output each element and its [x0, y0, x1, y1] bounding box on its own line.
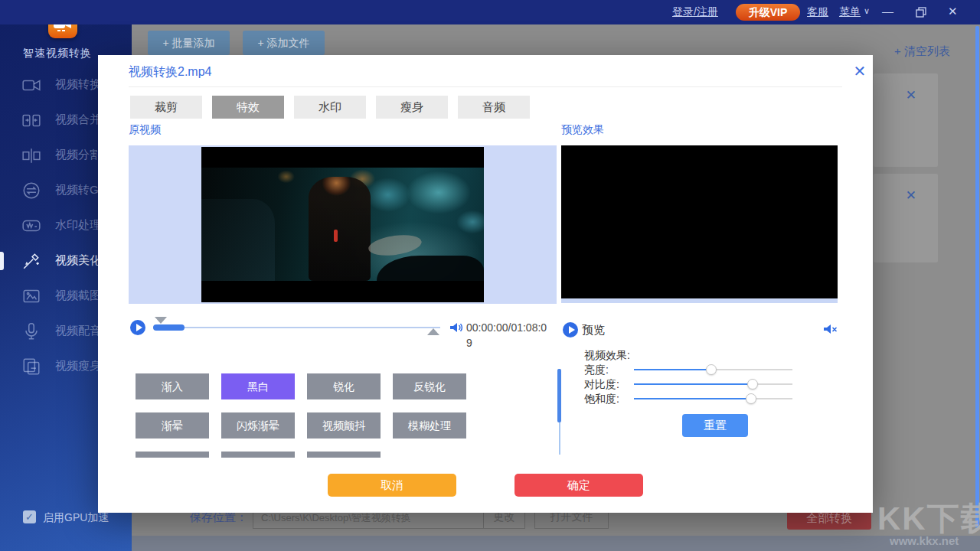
effect-flicker-vignette[interactable]: 闪烁渐晕 [221, 412, 295, 439]
video-scene [201, 168, 484, 281]
contrast-row: 对比度: [584, 378, 837, 391]
support-link[interactable]: 客服 [807, 5, 828, 19]
reset-button[interactable]: 重置 [682, 414, 748, 437]
slider-handle[interactable] [747, 379, 758, 390]
video-effects-label: 视频效果: [584, 349, 630, 363]
batch-add-button[interactable]: + 批量添加 [148, 31, 230, 55]
confirm-button[interactable]: 确定 [514, 474, 643, 497]
tab-effects[interactable]: 特效 [212, 96, 284, 119]
tab-slim[interactable]: 瘦身 [376, 96, 448, 119]
person-silhouette [309, 177, 371, 281]
sidebar-item-label: 视频配音 [55, 324, 101, 338]
effect-video-shake[interactable]: 视频颤抖 [307, 412, 381, 439]
remove-file-icon[interactable]: ✕ [906, 187, 916, 204]
seek-bar[interactable] [153, 327, 440, 328]
effect-clipped[interactable] [221, 452, 295, 458]
dialog-close-icon[interactable]: ✕ [851, 63, 868, 80]
seek-bar-progress[interactable] [153, 324, 185, 331]
close-window-button[interactable]: ✕ [948, 5, 958, 18]
sidebar-item-label: 视频美化 [55, 253, 101, 268]
menu-link[interactable]: 菜单 [839, 5, 861, 19]
active-item-indicator [0, 252, 4, 270]
video-merge-icon [21, 110, 41, 130]
add-file-button[interactable]: + 添加文件 [243, 31, 325, 55]
source-video-label: 原视频 [129, 123, 161, 137]
trim-end-marker[interactable] [427, 328, 439, 335]
divider [129, 86, 842, 87]
video-convert-icon [21, 75, 41, 95]
tab-watermark[interactable]: 水印 [294, 96, 366, 119]
effect-clipped[interactable] [307, 452, 381, 458]
saturation-slider[interactable] [634, 393, 792, 405]
effects-scrollbar[interactable] [557, 369, 561, 422]
clear-list-button[interactable]: + 清空列表 [894, 44, 950, 59]
gpu-checkbox[interactable]: ✓ [23, 510, 36, 523]
saturation-label: 饱和度: [584, 393, 619, 406]
contrast-slider[interactable] [634, 378, 792, 390]
slider-fill [634, 383, 753, 385]
brightness-label: 亮度: [584, 364, 609, 377]
minimize-button[interactable]: — [882, 5, 893, 18]
restore-icon [916, 7, 926, 18]
app-window: 登录/注册 升级VIP 客服 菜单 ∨ — ✕ 智速视频转换 视频转 [0, 0, 980, 551]
red-light [334, 230, 338, 242]
slider-fill [634, 398, 751, 399]
mute-icon[interactable] [822, 321, 839, 337]
dialog-title: 视频转换2.mp4 [129, 64, 211, 80]
effect-sharpen[interactable]: 锐化 [307, 373, 381, 399]
source-video-preview [129, 145, 557, 304]
time-display: 00:00:00/01:08:09 [466, 320, 547, 351]
upgrade-vip-button[interactable]: 升级VIP [736, 4, 800, 21]
fallen-person-silhouette [367, 232, 423, 259]
saturation-row: 饱和度: [584, 393, 837, 406]
voiceover-mic-icon [21, 321, 41, 341]
volume-icon[interactable] [449, 320, 464, 335]
trim-start-marker[interactable] [155, 317, 167, 324]
play-button[interactable] [130, 320, 145, 335]
sidebar-item-label: 视频转换 [55, 77, 101, 92]
effect-black-white[interactable]: 黑白 [221, 373, 295, 399]
watermark-icon [21, 216, 41, 236]
slider-fill [634, 369, 711, 370]
app-name: 智速视频转换 [8, 47, 107, 60]
remove-file-icon[interactable]: ✕ [906, 87, 916, 103]
preview-effect-label: 预览效果 [561, 123, 604, 137]
window-scrollbar[interactable] [975, 26, 979, 528]
car-silhouette [377, 256, 484, 281]
preview-label: 预览 [582, 323, 605, 337]
sidebar-item-label: 视频分割 [55, 148, 101, 162]
slider-handle[interactable] [706, 364, 717, 375]
effect-preview-screen [561, 145, 838, 298]
sidebar-item-label: 水印处理 [55, 218, 101, 233]
file-list-item: ✕ [874, 174, 938, 262]
effect-unsharpen[interactable]: 反锐化 [393, 373, 466, 399]
car-silhouette [201, 199, 275, 281]
sidebar-item-label: 视频合并 [55, 112, 101, 127]
title-bar: 登录/注册 升级VIP 客服 菜单 ∨ — ✕ [0, 0, 980, 24]
effect-clipped[interactable] [136, 452, 209, 458]
effect-vignette[interactable]: 渐晕 [136, 412, 209, 439]
tab-audio[interactable]: 音频 [458, 96, 530, 119]
video-to-gif-icon [21, 181, 41, 201]
slider-handle[interactable] [746, 393, 756, 404]
sidebar-item-label: 视频截图 [55, 289, 101, 303]
brightness-slider[interactable] [634, 364, 792, 376]
effect-fade-in[interactable]: 渐入 [136, 373, 209, 399]
video-split-icon [21, 145, 41, 165]
login-register-link[interactable]: 登录/注册 [672, 5, 718, 19]
effect-preview-seekbar[interactable] [561, 298, 838, 303]
screenshot-icon [21, 286, 41, 306]
bottom-status-band [132, 536, 980, 551]
video-frame [201, 147, 484, 302]
chevron-down-icon[interactable]: ∨ [864, 6, 870, 16]
tab-crop[interactable]: 裁剪 [130, 96, 202, 119]
slim-video-icon [21, 357, 41, 377]
sidebar-item-label: 视频瘦身 [55, 359, 101, 373]
restore-window-button[interactable] [916, 7, 926, 18]
contrast-label: 对比度: [584, 378, 619, 392]
file-list-item: ✕ [874, 73, 938, 167]
cancel-button[interactable]: 取消 [328, 474, 456, 497]
video-edit-dialog: 视频转换2.mp4 裁剪 特效 水印 瘦身 音频 原视频 预览效果 [98, 55, 873, 513]
effect-blur[interactable]: 模糊处理 [393, 412, 466, 439]
preview-play-button[interactable] [563, 322, 578, 337]
